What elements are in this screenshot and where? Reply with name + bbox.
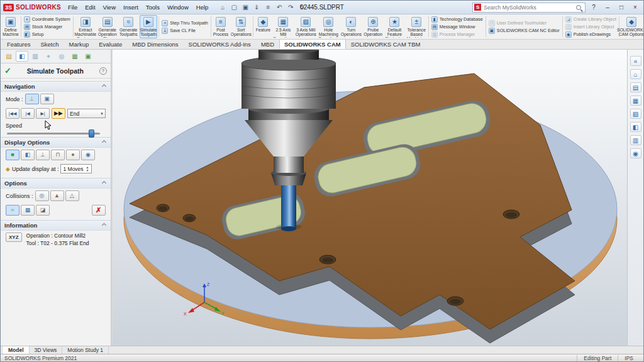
step-back-button[interactable]: |◀ (21, 108, 35, 119)
tab-sketch[interactable]: Sketch (36, 39, 64, 49)
print-icon[interactable]: ≡ (263, 3, 273, 13)
tool-display-button[interactable]: ⊥ (36, 150, 50, 160)
model-tab-model[interactable]: Model (3, 346, 30, 354)
appearances-scenes-button[interactable]: ◧ (630, 122, 641, 132)
help-button[interactable]: ? (587, 2, 601, 13)
end-condition-select[interactable]: End ▾ (67, 109, 106, 118)
redo-icon[interactable]: ↷ (286, 3, 296, 13)
tab-markup[interactable]: Markup (64, 39, 94, 49)
ribbon-user-defined-tool-holder-button[interactable]: ⊓ User Defined Tool/holder (489, 19, 560, 26)
ribbon-simulate-toolpath-button[interactable]: ▶ Simulate Toolpath (140, 15, 157, 38)
new-document-icon[interactable]: ▢ (229, 3, 239, 13)
fixture-display-button[interactable]: ● (66, 150, 80, 160)
cam-operation-tree-tab[interactable]: ▣ (82, 51, 94, 62)
ribbon-probe-operation-button[interactable]: ⊕ Probe Operation (363, 15, 383, 38)
menu-view[interactable]: View (100, 3, 119, 12)
units-selector[interactable]: IPS (618, 355, 640, 361)
ribbon-solidworks-cam-options-button[interactable]: ◆ SOLIDWORKS CAM Options (621, 15, 642, 38)
maximize-button[interactable]: □ (614, 2, 628, 13)
collision-stock-button[interactable]: ◎ (35, 190, 49, 201)
tab-mbd-dimensions[interactable]: MBD Dimensions (127, 39, 183, 49)
xyz-readout-button[interactable]: XYZ (6, 233, 22, 242)
custom-properties-button[interactable]: ▥ (630, 135, 641, 145)
holder-display-button[interactable]: ⊓ (51, 150, 65, 160)
ribbon-hole-machining-operations-button[interactable]: ◎ Hole Machining Operations (318, 15, 339, 38)
search-box[interactable]: S (472, 3, 586, 13)
file-explorer-button[interactable]: ▦ (630, 96, 641, 106)
ribbon-step-thru-toolpath-button[interactable]: » Step Thru Toolpath (162, 19, 208, 26)
ribbon-sort-operations-button[interactable]: ⇅ Sort Operations (230, 15, 252, 38)
go-to-start-button[interactable]: |◀◀ (6, 108, 19, 119)
menu-file[interactable]: File (65, 3, 80, 12)
menu-help[interactable]: Help (193, 3, 212, 12)
tab-features[interactable]: Features (2, 39, 36, 49)
ribbon-2-5-axis-mill-operations-button[interactable]: ▦ 2.5 Axis Mill Operations (272, 15, 294, 38)
save-icon[interactable]: ⇓ (252, 3, 262, 13)
stop-simulation-button[interactable]: ✗ (92, 205, 106, 216)
show-toolpath-button[interactable]: ≈ (6, 205, 19, 216)
ribbon-extract-machinable-features-button[interactable]: ◨ Extract Machinable Features (75, 15, 96, 38)
ok-button[interactable]: ✓ (4, 66, 11, 75)
ribbon-setup-button[interactable]: ◧ Setup (24, 31, 70, 38)
displaymanager-tab[interactable]: ◎ (55, 51, 68, 62)
ribbon-process-manager-button[interactable]: ▥ Process Manager (431, 31, 483, 38)
panel-help-button[interactable]: ? (99, 67, 107, 75)
ribbon-save-cl-file-button[interactable]: ⇓ Save CL File (162, 27, 208, 34)
stock-display-button[interactable]: ■ (6, 150, 19, 160)
stepper-arrows-icon[interactable]: ▲▼ (86, 166, 89, 172)
tab-evaluate[interactable]: Evaluate (94, 39, 127, 49)
undo-icon[interactable]: ↶ (274, 3, 284, 13)
ribbon-create-library-object-button[interactable]: ◪ Create Library Object (565, 16, 616, 23)
view-palette-button[interactable]: ▧ (630, 109, 641, 119)
ribbon-generate-toolpaths-button[interactable]: ≈ Generate Toolpaths (119, 15, 138, 38)
menu-insert[interactable]: Insert (120, 3, 142, 12)
ribbon-3-axis-mill-operations-button[interactable]: ▧ 3 Axis Mill Operations (295, 15, 316, 38)
ribbon-coordinate-system-button[interactable]: ⌖ Coordinate System (24, 16, 70, 23)
speed-slider[interactable] (7, 133, 100, 134)
machine-display-button[interactable]: ◉ (81, 150, 95, 160)
ribbon-post-process-button[interactable]: ≡ Post Process (213, 15, 230, 38)
compare-stock-button[interactable]: ◪ (36, 205, 50, 216)
section-navigation[interactable]: Navigation (1, 81, 111, 92)
ribbon-define-machine-button[interactable]: ▣ Define Machine (2, 15, 19, 38)
model-tab-motion-study-1[interactable]: Motion Study 1 (62, 346, 109, 354)
mode-machine-button[interactable]: ▣ (40, 94, 54, 104)
show-simulated-stock-button[interactable]: ▦ (21, 205, 35, 216)
section-information[interactable]: Information (1, 220, 111, 231)
ribbon-generate-operation-plan-button[interactable]: ▤ Generate Operation Plan (97, 15, 118, 38)
step-forward-button[interactable]: ▶| (36, 108, 50, 119)
section-options[interactable]: Options (1, 178, 111, 189)
ribbon-stock-manager-button[interactable]: ▤ Stock Manager (24, 23, 70, 30)
ribbon-turn-operations-button[interactable]: ◐ Turn Operations (340, 15, 362, 38)
ribbon-feature-button[interactable]: ◆ Feature (255, 15, 271, 38)
run-simulation-button[interactable]: ▶▶ (52, 108, 65, 119)
graphics-viewport[interactable]: Z X Y (113, 50, 627, 346)
mode-toolpath-button[interactable]: ⊥ (25, 94, 39, 104)
open-document-icon[interactable]: ▣ (240, 3, 250, 13)
minimize-button[interactable]: – (601, 2, 614, 13)
ribbon-solidworks-cam-nc-editor-button[interactable]: ▣ SOLIDWORKS CAM NC Editor (489, 27, 560, 34)
collision-tool-button[interactable]: ▲ (50, 190, 64, 201)
design-library-button[interactable]: ▤ (630, 82, 641, 92)
moves-stepper[interactable]: 1 Moves ▲▼ (60, 164, 91, 173)
home-icon[interactable]: ⌂ (218, 3, 228, 13)
tab-solidworks-add-ins[interactable]: SOLIDWORKS Add-Ins (184, 39, 256, 49)
collapse-taskpane-button[interactable]: « (630, 56, 641, 66)
tab-solidworks-cam-tbm[interactable]: SOLIDWORKS CAM TBM (346, 39, 426, 49)
ribbon-tolerance-based-machining-button[interactable]: ± Tolerance Based Machining (406, 15, 427, 38)
speed-slider-thumb[interactable] (89, 129, 94, 138)
cam-feature-tree-tab[interactable]: ▦ (69, 51, 81, 62)
propertymanager-tab[interactable]: ◧ (16, 51, 28, 62)
model-tab-3d-views[interactable]: 3D Views (30, 346, 63, 354)
close-button[interactable]: × (628, 2, 642, 13)
tab-solidworks-cam[interactable]: SOLIDWORKS CAM (279, 39, 346, 49)
menu-window[interactable]: Window (164, 3, 192, 12)
collision-holder-button[interactable]: △ (65, 190, 79, 201)
ribbon-publish-edrawings-button[interactable]: ◉ Publish eDrawings (565, 31, 616, 38)
solidworks-cam-technology-button[interactable]: ◉ (630, 148, 641, 158)
target-part-display-button[interactable]: ◧ (21, 150, 35, 160)
dimxpertmanager-tab[interactable]: ⌖ (42, 51, 55, 62)
solidworks-resources-button[interactable]: ⌂ (630, 69, 641, 79)
search-icon[interactable] (576, 5, 581, 10)
ribbon-insert-library-object-button[interactable]: ◫ Insert Library Object (565, 23, 616, 30)
